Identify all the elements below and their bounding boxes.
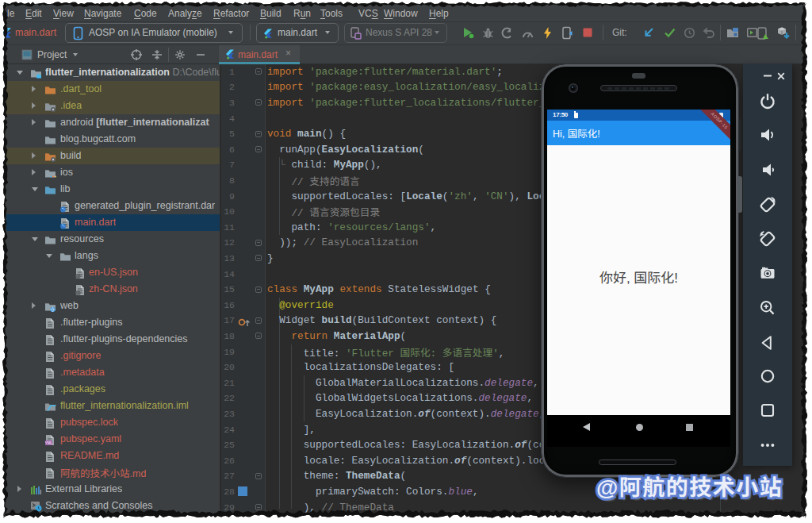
svg-text:YML: YML: [45, 441, 53, 445]
